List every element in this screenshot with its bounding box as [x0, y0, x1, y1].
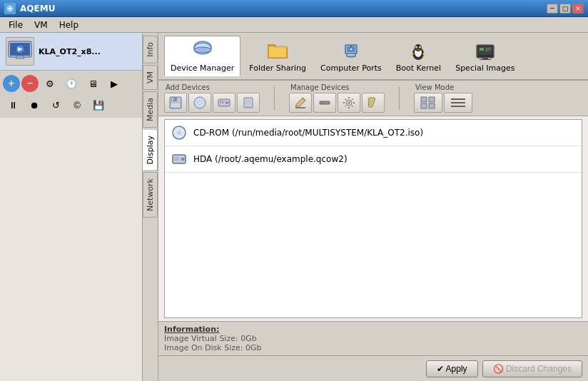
- device-item-hda[interactable]: HDA (/root/.aqemu/example.qcow2): [165, 146, 582, 173]
- bottom-bar: ✔ Apply 🚫 Discard Changes: [158, 355, 588, 381]
- menu-vm[interactable]: VM: [29, 19, 54, 31]
- vm-name: KLA_OT2_x8...: [39, 47, 101, 56]
- clock-button[interactable]: 🕐: [61, 73, 81, 93]
- view-mode-label: View Mode: [414, 83, 472, 91]
- toolbar-sep-2: [399, 86, 400, 110]
- info-label: Information:: [164, 325, 582, 334]
- svg-point-19: [420, 46, 421, 48]
- svg-rect-30: [172, 98, 173, 101]
- view-mode-section: View Mode: [414, 83, 472, 113]
- pause-button[interactable]: ⏸: [3, 95, 23, 115]
- remove-vm-button[interactable]: −: [21, 75, 39, 92]
- play-button[interactable]: ▶: [104, 73, 124, 93]
- apply-button[interactable]: ✔ Apply: [426, 360, 478, 377]
- config-device-button[interactable]: [338, 93, 360, 113]
- add-devices-buttons: [164, 93, 260, 113]
- tab-computer-ports[interactable]: Computer Ports: [315, 36, 387, 76]
- svg-rect-26: [482, 58, 488, 59]
- svg-rect-48: [421, 103, 427, 108]
- monitor-button[interactable]: 🖥: [83, 73, 103, 93]
- add-devices-label: Add Devices: [164, 83, 260, 91]
- svg-rect-25: [485, 51, 489, 51]
- toolbar-sep-1: [274, 86, 275, 110]
- top-icon-bar: Device Manager Folder Sharing: [158, 33, 588, 81]
- menu-bar: File VM Help: [0, 17, 588, 33]
- svg-rect-23: [485, 48, 491, 49]
- svg-rect-24: [485, 49, 491, 50]
- snapshot-button[interactable]: ©: [67, 95, 87, 115]
- tab-folder-sharing-label: Folder Sharing: [249, 64, 306, 73]
- add-floppy-button[interactable]: [164, 93, 187, 113]
- tab-special-images[interactable]: Special Images: [450, 36, 520, 76]
- list-view-button[interactable]: [444, 93, 472, 113]
- view-mode-buttons: [414, 93, 472, 113]
- tab-boot-kernel[interactable]: Boot Kernel: [390, 36, 447, 76]
- add-hdd-button[interactable]: [213, 93, 235, 113]
- app-icon: [4, 3, 16, 14]
- title-bar-left: AQEMU: [4, 3, 55, 14]
- vm-icon: [6, 37, 34, 66]
- restart-button[interactable]: ↺: [46, 95, 66, 115]
- tab-vm[interactable]: VM: [143, 65, 158, 90]
- minimize-button[interactable]: ─: [547, 4, 558, 14]
- info-virtual-size: Image Virtual Size: 0Gb: [164, 334, 582, 343]
- tab-info[interactable]: Info: [143, 36, 158, 64]
- close-button[interactable]: ✕: [572, 4, 584, 14]
- manage-devices-buttons: [289, 93, 385, 113]
- grid-view-button[interactable]: [414, 93, 442, 113]
- svg-rect-41: [246, 106, 250, 108]
- device-list[interactable]: CD-ROM (/run/media/root/MULTISYSTEM/KLA_…: [164, 119, 582, 318]
- svg-point-36: [225, 101, 228, 104]
- svg-point-57: [181, 158, 185, 161]
- window-controls[interactable]: ─ □ ✕: [547, 4, 584, 14]
- edit-device-button[interactable]: [289, 93, 312, 113]
- menu-help[interactable]: Help: [54, 19, 84, 31]
- device-content: Add Devices: [158, 81, 588, 355]
- svg-rect-46: [421, 97, 427, 102]
- stop-button[interactable]: ⏺: [24, 95, 44, 115]
- add-cdrom-button[interactable]: [188, 93, 211, 113]
- manage-devices-section: Manage Devices: [289, 83, 385, 113]
- svg-point-6: [194, 47, 211, 53]
- svg-rect-43: [320, 101, 330, 104]
- svg-point-10: [350, 48, 353, 51]
- device-item-cdrom[interactable]: CD-ROM (/run/media/root/MULTISYSTEM/KLA_…: [165, 120, 582, 146]
- svg-point-34: [199, 102, 201, 103]
- info-disk-size: Image On Disk Size: 0Gb: [164, 343, 582, 352]
- vm-list-item[interactable]: KLA_OT2_x8...: [0, 33, 142, 71]
- settings-button[interactable]: ⚙: [40, 73, 60, 93]
- device-toolbar: Add Devices: [158, 81, 588, 116]
- remove-device-button[interactable]: [313, 93, 336, 113]
- menu-file[interactable]: File: [3, 19, 29, 31]
- discard-button[interactable]: 🚫 Discard Changes: [482, 360, 582, 377]
- device-item-cdrom-text: CD-ROM (/run/media/root/MULTISYSTEM/KLA_…: [193, 128, 423, 138]
- maximize-button[interactable]: □: [559, 4, 571, 14]
- title-bar: AQEMU ─ □ ✕: [0, 0, 588, 17]
- tab-media[interactable]: Media: [143, 91, 158, 128]
- app-title: AQEMU: [20, 4, 55, 14]
- tab-boot-kernel-label: Boot Kernel: [396, 64, 441, 73]
- tab-display[interactable]: Display: [143, 129, 158, 171]
- svg-rect-9: [349, 56, 353, 58]
- add-vm-button[interactable]: +: [3, 75, 20, 92]
- svg-rect-40: [245, 99, 251, 105]
- tab-network[interactable]: Network: [143, 172, 158, 218]
- hda-icon: [171, 151, 188, 168]
- content-area: Device Manager Folder Sharing: [158, 33, 588, 381]
- cdrom-icon: [171, 124, 188, 141]
- manage-devices-label: Manage Devices: [289, 83, 385, 91]
- svg-rect-31: [171, 103, 181, 108]
- main-layout: KLA_OT2_x8... + − ⚙ 🕐 🖥 ▶ ⏸ ⏺ ↺ © 💾 Info…: [0, 33, 588, 381]
- svg-rect-27: [480, 59, 491, 60]
- svg-point-45: [348, 101, 350, 104]
- tab-device-manager[interactable]: Device Manager: [164, 36, 240, 76]
- add-devices-section: Add Devices: [164, 83, 260, 113]
- left-sidebar: KLA_OT2_x8... + − ⚙ 🕐 🖥 ▶ ⏸ ⏺ ↺ © 💾: [0, 33, 143, 381]
- script-device-button[interactable]: [362, 93, 385, 113]
- tab-folder-sharing[interactable]: Folder Sharing: [243, 36, 312, 76]
- tab-computer-ports-label: Computer Ports: [320, 64, 382, 73]
- add-flash-button[interactable]: [237, 93, 260, 113]
- svg-rect-22: [480, 48, 484, 51]
- disk-button[interactable]: 💾: [88, 95, 108, 115]
- device-item-hda-text: HDA (/root/.aqemu/example.qcow2): [193, 154, 348, 164]
